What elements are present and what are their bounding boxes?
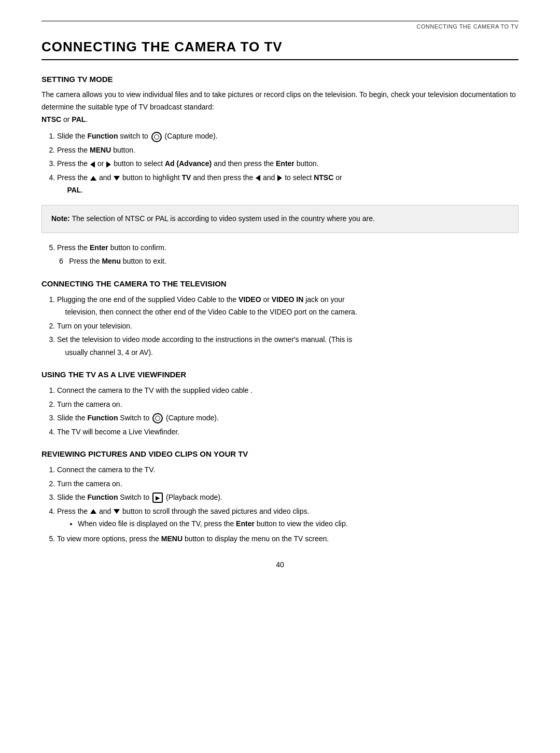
tri-down-icon-1 [114,176,120,181]
reviewing-steps: Connect the camera to the TV. Turn the c… [57,463,519,545]
live-step-1: Connect the camera to the TV with the su… [57,384,519,397]
review-step-4: Press the and button to scroll through t… [57,505,519,530]
pal-label-2: PAL [67,186,81,194]
tri-up-icon-1 [90,176,96,181]
review-step-5: To view more options, press the MENU but… [57,532,519,545]
connecting-tv-title: CONNECTING THE CAMERA TO THE TELEVISION [41,279,519,288]
page: CONNECTING THE CAMERA TO TV CONNECTING T… [0,0,560,753]
tri-right-icon-2 [277,175,282,181]
setting-tv-intro: The camera allows you to view individual… [41,89,519,126]
connect-step-1: Plugging the one end of the supplied Vid… [57,293,519,319]
main-title: CONNECTING THE CAMERA TO TV [41,39,519,60]
step-2: Press the MENU button. [57,144,519,157]
header-text: CONNECTING THE CAMERA TO TV [416,23,519,30]
note-label: Note: [51,214,70,223]
connect-step-3: Set the television to video mode accordi… [57,333,519,359]
setting-tv-mode-section: SETTING TV MODE The camera allows you to… [41,75,519,268]
capture-mode-icon [151,132,162,142]
and-word-1: and [214,159,228,168]
note-text: The selection of NTSC or PAL is accordin… [72,214,374,223]
live-viewfinder-section: USING THE TV AS A LIVE VIEWFINDER Connec… [41,370,519,438]
step-4: Press the and button to highlight TV and… [57,171,519,197]
step-5: Press the Enter button to confirm. [57,241,519,254]
connecting-tv-steps: Plugging the one end of the supplied Vid… [57,293,519,359]
review-step-4-bullet: When video file is displayed on the TV, … [78,517,519,530]
review-step-3: Slide the Function Switch to ▶ (Playback… [57,491,519,504]
capture-mode-icon-2 [152,413,163,423]
and-word-2: and [99,173,113,182]
page-number: 40 [41,560,519,569]
review-step-4-sub: When video file is displayed on the TV, … [78,517,519,530]
review-step-2: Turn the camera on. [57,477,519,490]
tri-left-icon-1 [90,161,95,168]
tri-left-icon-2 [256,175,260,181]
and-word-4: and [99,507,113,515]
setting-tv-steps-cont: Press the Enter button to confirm. 6 Pre… [57,241,519,268]
step-6: 6 Press the Menu button to exit. [41,255,519,268]
step-3: Press the or button to select Ad (Advanc… [57,157,519,170]
connecting-tv-section: CONNECTING THE CAMERA TO THE TELEVISION … [41,279,519,359]
tri-right-icon-1 [106,161,111,168]
setting-tv-mode-title: SETTING TV MODE [41,75,519,84]
tri-up-icon-2 [90,509,96,514]
ntsc-label: NTSC [41,115,61,124]
or-text: or [63,115,72,124]
or-word-1: or [97,159,106,168]
review-step-1: Connect the camera to the TV. [57,463,519,476]
live-viewfinder-title: USING THE TV AS A LIVE VIEWFINDER [41,370,519,379]
live-step-3: Slide the Function Switch to (Capture mo… [57,412,519,425]
step-1: Slide the Function switch to (Capture mo… [57,130,519,143]
live-viewfinder-steps: Connect the camera to the TV with the su… [57,384,519,438]
playback-mode-icon: ▶ [152,492,163,503]
note-box: Note: The selection of NTSC or PAL is ac… [41,205,519,233]
and-word-3: and [263,173,277,182]
setting-tv-intro-text: The camera allows you to view individual… [41,90,516,111]
live-step-2: Turn the camera on. [57,398,519,411]
connect-step-2: Turn on your television. [57,320,519,333]
header-line [41,21,519,21]
live-step-4: The TV will become a Live Viewfinder. [57,426,519,439]
reviewing-title: REVIEWING PICTURES AND VIDEO CLIPS ON YO… [41,449,519,458]
setting-tv-steps: Slide the Function switch to (Capture mo… [57,130,519,197]
page-header: CONNECTING THE CAMERA TO TV [41,23,519,30]
tri-down-icon-2 [114,509,120,514]
reviewing-section: REVIEWING PICTURES AND VIDEO CLIPS ON YO… [41,449,519,545]
pal-label: PAL [72,115,86,124]
